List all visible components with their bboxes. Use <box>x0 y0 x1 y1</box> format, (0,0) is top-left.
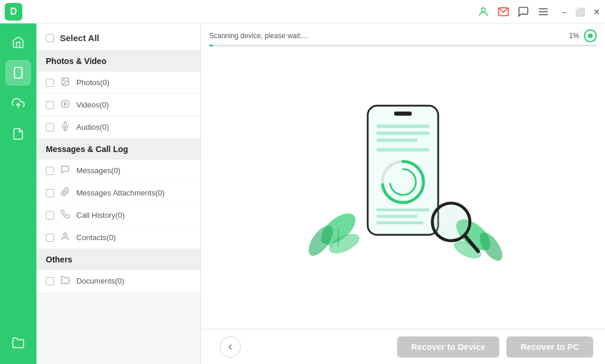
back-button[interactable] <box>220 336 241 358</box>
svg-rect-28 <box>377 148 429 151</box>
sidebar-item-phone[interactable] <box>5 60 31 86</box>
svg-point-10 <box>61 100 69 107</box>
svg-rect-24 <box>394 112 412 116</box>
mail-icon[interactable] <box>498 6 509 18</box>
svg-point-0 <box>482 8 486 12</box>
user-icon[interactable] <box>478 6 489 18</box>
select-all-row[interactable]: Select All <box>36 23 200 50</box>
call-history-label: Call History(0) <box>76 211 125 220</box>
svg-point-9 <box>63 80 65 81</box>
scan-status-text: Scanning device, please wait.... <box>209 32 564 40</box>
documents-label: Documents(0) <box>76 277 125 285</box>
window-controls: – ⬜ ✕ <box>562 7 600 16</box>
messages-attach-label: Messages Attachments(0) <box>76 188 164 197</box>
list-item-call-history[interactable]: Call History(0) <box>36 204 200 227</box>
scan-percent: 1% <box>569 32 579 40</box>
contacts-checkbox[interactable] <box>46 234 54 242</box>
documents-checkbox[interactable] <box>46 277 54 285</box>
sidebar-item-home[interactable] <box>5 29 31 55</box>
maximize-button[interactable]: ⬜ <box>575 7 585 16</box>
scan-status-row: Scanning device, please wait.... 1% <box>201 23 605 42</box>
recover-device-button[interactable]: Recover to Device <box>397 336 500 358</box>
scan-stop-button[interactable] <box>584 29 597 42</box>
photos-label: Photos(0) <box>76 78 109 87</box>
photos-icon <box>60 77 70 88</box>
audios-label: Audios(0) <box>76 123 109 132</box>
videos-checkbox[interactable] <box>46 101 54 109</box>
list-item-messages-attachments[interactable]: Messages Attachments(0) <box>36 182 200 204</box>
close-button[interactable]: ✕ <box>593 7 600 16</box>
category-photos-video: Photos & Video <box>36 50 200 72</box>
sidebar-item-folder[interactable] <box>5 330 31 356</box>
svg-rect-32 <box>377 208 429 211</box>
right-panel: Scanning device, please wait.... 1% <box>201 23 605 364</box>
audios-icon <box>60 122 70 133</box>
title-bar-left: D <box>5 3 22 21</box>
contacts-label: Contacts(0) <box>76 233 116 242</box>
list-item-photos[interactable]: Photos(0) <box>36 72 200 94</box>
chat-icon[interactable] <box>517 6 529 18</box>
list-item-audios[interactable]: Audios(0) <box>36 116 200 139</box>
audios-checkbox[interactable] <box>46 123 54 132</box>
category-messages: Messages & Call Log <box>36 139 200 160</box>
svg-rect-25 <box>377 124 429 128</box>
list-item-documents[interactable]: Documents(0) <box>36 270 200 292</box>
videos-label: Videos(0) <box>76 100 109 109</box>
attachment-icon <box>60 187 70 198</box>
messages-attach-checkbox[interactable] <box>46 189 54 197</box>
svg-rect-26 <box>377 132 429 135</box>
phone-icon <box>60 210 70 221</box>
select-all-label: Select All <box>60 33 99 43</box>
messages-checkbox[interactable] <box>46 167 54 175</box>
minimize-button[interactable]: – <box>562 7 567 16</box>
select-all-checkbox[interactable] <box>46 34 54 42</box>
documents-icon <box>60 275 70 287</box>
svg-rect-33 <box>377 215 418 218</box>
svg-rect-34 <box>377 221 424 224</box>
list-item-contacts[interactable]: Contacts(0) <box>36 227 200 249</box>
left-panel: Select All Photos & Video Photos(0) Vide… <box>36 23 201 364</box>
list-item-messages[interactable]: Messages(0) <box>36 160 200 182</box>
contacts-icon <box>60 232 70 243</box>
main-layout: Select All Photos & Video Photos(0) Vide… <box>0 23 605 364</box>
messages-icon <box>60 165 70 176</box>
menu-icon[interactable] <box>537 6 549 18</box>
sidebar-item-files[interactable] <box>5 121 31 147</box>
scan-stop-inner <box>588 33 593 38</box>
sidebar-nav <box>0 23 36 364</box>
recover-pc-button[interactable]: Recover to PC <box>506 336 593 358</box>
svg-rect-5 <box>15 68 22 78</box>
list-item-videos[interactable]: Videos(0) <box>36 94 200 116</box>
call-history-checkbox[interactable] <box>46 211 54 220</box>
sidebar-item-backup[interactable] <box>5 90 31 116</box>
phone-illustration <box>291 94 515 282</box>
illustration-area <box>201 46 605 329</box>
svg-point-14 <box>63 233 66 236</box>
bottom-bar: Recover to Device Recover to PC <box>201 329 605 364</box>
svg-marker-11 <box>65 102 67 105</box>
messages-label: Messages(0) <box>76 166 120 175</box>
videos-icon <box>60 99 70 110</box>
category-others: Others <box>36 249 200 270</box>
svg-rect-27 <box>377 139 418 142</box>
app-logo: D <box>5 3 22 21</box>
photos-checkbox[interactable] <box>46 79 54 87</box>
title-bar: D – ⬜ ✕ <box>0 0 605 23</box>
title-bar-icons: – ⬜ ✕ <box>478 6 600 18</box>
